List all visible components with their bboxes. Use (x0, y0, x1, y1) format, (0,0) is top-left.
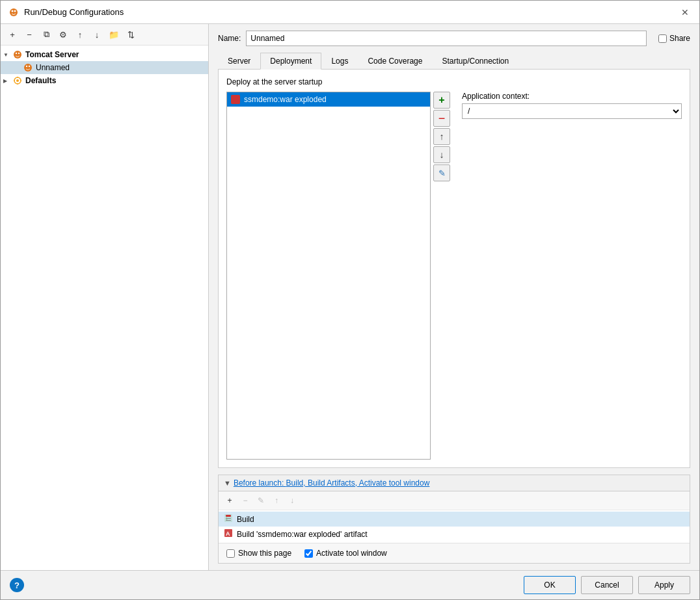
help-button[interactable]: ? (10, 578, 24, 592)
app-context-label: Application context: (462, 92, 682, 101)
svg-point-0 (10, 8, 18, 16)
apply-button[interactable]: Apply (638, 576, 690, 594)
tree-item-defaults[interactable]: Defaults (1, 74, 208, 87)
app-context-select[interactable]: / (462, 103, 682, 119)
dialog-title: Run/Debug Configurations (24, 7, 124, 17)
add-config-button[interactable]: + (5, 27, 20, 42)
svg-rect-18 (226, 518, 231, 519)
title-bar-left: Run/Debug Configurations (8, 7, 124, 18)
title-bar: Run/Debug Configurations ✕ (1, 1, 699, 24)
svg-point-8 (29, 66, 30, 67)
bl-build-icon: ↓ (224, 514, 233, 525)
svg-point-2 (14, 10, 16, 12)
sort-config-button[interactable]: ⇅ (123, 27, 139, 42)
bottom-checkboxes: Show this page Activate tool window (219, 543, 690, 563)
app-context-area: Application context: / (454, 92, 682, 460)
right-panel: Name: Share Server Deployment Logs Code … (209, 24, 699, 570)
unnamed-icon (23, 62, 33, 73)
bl-artifact-icon: A (224, 528, 233, 540)
svg-text:A: A (226, 530, 230, 537)
svg-rect-19 (226, 520, 231, 521)
folder-config-button[interactable]: 📁 (106, 27, 122, 42)
bl-up-button[interactable]: ↑ (269, 493, 284, 508)
share-label: Share (669, 34, 690, 43)
main-content: + − ⧉ ⚙ ↑ ↓ 📁 ⇅ (1, 24, 699, 570)
left-toolbar: + − ⧉ ⚙ ↑ ↓ 📁 ⇅ (1, 24, 208, 46)
tab-deployment[interactable]: Deployment (260, 53, 321, 70)
config-tree: Tomcat Server ▶ Unnamed (1, 46, 208, 570)
defaults-icon (12, 75, 23, 86)
bl-build-label: Build (237, 515, 254, 524)
show-page-checkbox-row: Show this page (226, 549, 291, 558)
before-launch-text: Before launch: (234, 478, 286, 488)
before-launch-header: ▼ Before launch: Build, Build Artifacts,… (219, 475, 690, 491)
before-launch-list: ↓ Build A (219, 510, 690, 543)
activate-window-label: Activate tool window (316, 549, 387, 558)
copy-config-button[interactable]: ⧉ (38, 27, 54, 42)
defaults-label: Defaults (25, 76, 56, 85)
before-launch-toolbar: + − ✎ ↑ ↓ (219, 491, 690, 510)
close-button[interactable]: ✕ (679, 6, 692, 19)
activate-window-checkbox-row: Activate tool window (304, 549, 387, 558)
unnamed-label: Unnamed (36, 63, 70, 72)
title-tomcat-icon (8, 7, 19, 18)
name-label: Name: (218, 34, 241, 43)
bl-edit-button[interactable]: ✎ (254, 493, 268, 508)
settings-config-button[interactable]: ⚙ (55, 27, 71, 42)
bl-add-button[interactable]: + (222, 493, 237, 508)
deploy-list: ssmdemo:war exploded (226, 92, 431, 460)
tomcat-server-icon (12, 49, 23, 60)
tab-server[interactable]: Server (218, 53, 260, 70)
before-launch-links: Build, Build Artifacts, Activate tool wi… (286, 478, 430, 488)
show-page-checkbox[interactable] (226, 549, 235, 558)
deploy-area: ssmdemo:war exploded + − ↑ ↓ ✎ Applicati… (226, 92, 682, 460)
tabs-row: Server Deployment Logs Code Coverage Sta… (218, 53, 690, 70)
deploy-list-item-ssmdemo[interactable]: ssmdemo:war exploded (227, 92, 430, 107)
tomcat-server-expand-arrow[interactable] (3, 51, 12, 58)
run-debug-config-dialog: Run/Debug Configurations ✕ + − ⧉ ⚙ ↑ ↓ 📁… (0, 0, 700, 600)
tab-logs[interactable]: Logs (321, 53, 358, 70)
svg-rect-17 (226, 515, 231, 517)
name-row: Name: Share (218, 31, 690, 46)
show-page-label: Show this page (238, 549, 291, 558)
svg-point-1 (12, 10, 14, 12)
bl-item-build-artifact[interactable]: A Build 'ssmdemo:war exploded' artifact (219, 527, 690, 541)
move-up-config-button[interactable]: ↑ (72, 27, 88, 42)
bl-remove-button[interactable]: − (238, 493, 252, 508)
share-area: Share (658, 34, 690, 43)
before-launch-title: Before launch: Build, Build Artifacts, A… (234, 478, 430, 488)
bl-artifact-label: Build 'ssmdemo:war exploded' artifact (237, 530, 368, 539)
ok-button[interactable]: OK (524, 576, 576, 594)
svg-point-3 (14, 51, 21, 59)
deploy-up-button[interactable]: ↑ (433, 128, 450, 145)
before-launch-toggle[interactable]: ▼ (224, 479, 231, 487)
dialog-footer: ? OK Cancel Apply (1, 570, 699, 599)
svg-point-7 (26, 66, 27, 67)
footer-left: ? (10, 578, 24, 592)
tab-content-deployment: Deploy at the server startup ssmdemo:war… (218, 70, 690, 468)
deploy-remove-button[interactable]: − (433, 110, 450, 127)
bl-down-button[interactable]: ↓ (285, 493, 299, 508)
move-down-config-button[interactable]: ↓ (89, 27, 105, 42)
svg-point-4 (16, 53, 17, 54)
tab-startup-connection[interactable]: Startup/Connection (432, 53, 518, 70)
deploy-edit-button[interactable]: ✎ (433, 164, 450, 181)
svg-point-5 (18, 53, 20, 54)
deploy-side-buttons: + − ↑ ↓ ✎ (433, 92, 451, 460)
app-context-row: / (462, 103, 682, 119)
footer-right: OK Cancel Apply (524, 576, 690, 594)
activate-window-checkbox[interactable] (304, 549, 313, 558)
bl-item-build[interactable]: ↓ Build (219, 512, 690, 527)
tab-code-coverage[interactable]: Code Coverage (358, 53, 432, 70)
tree-item-tomcat-server[interactable]: Tomcat Server (1, 48, 208, 61)
left-panel: + − ⧉ ⚙ ↑ ↓ 📁 ⇅ (1, 24, 209, 570)
name-input[interactable] (246, 31, 647, 46)
svg-point-10 (16, 79, 19, 82)
remove-config-button[interactable]: − (21, 27, 37, 42)
tree-item-unnamed[interactable]: ▶ Unnamed (1, 61, 208, 74)
deploy-down-button[interactable]: ↓ (433, 146, 450, 163)
share-checkbox[interactable] (658, 34, 667, 43)
cancel-button[interactable]: Cancel (581, 576, 633, 594)
deploy-add-button[interactable]: + (433, 92, 450, 109)
defaults-expand-arrow[interactable] (3, 77, 12, 84)
